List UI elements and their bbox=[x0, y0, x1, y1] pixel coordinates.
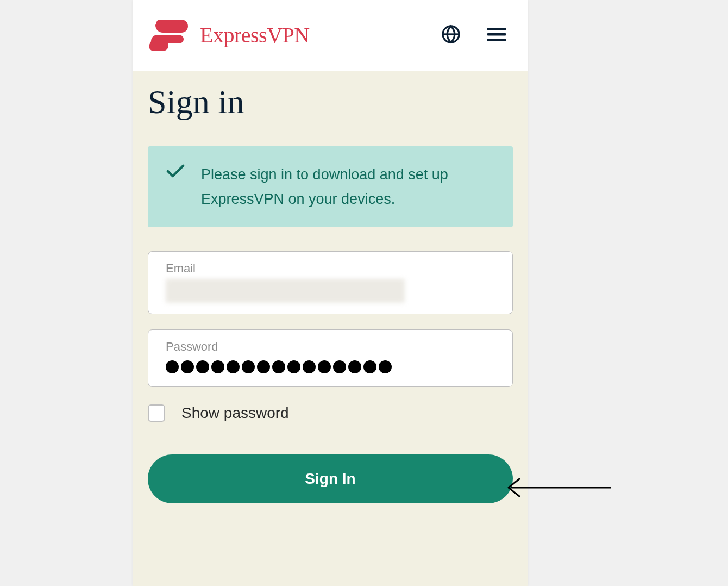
svg-rect-2 bbox=[487, 33, 506, 36]
email-field[interactable]: Email bbox=[148, 251, 513, 314]
password-value bbox=[166, 359, 392, 373]
show-password-checkbox[interactable] bbox=[148, 404, 165, 422]
menu-button[interactable] bbox=[487, 27, 506, 43]
content-area: Sign in Please sign in to download and s… bbox=[133, 71, 528, 586]
brand-name: ExpressVPN bbox=[200, 22, 310, 48]
show-password-label: Show password bbox=[181, 404, 289, 422]
brand-logo[interactable]: ExpressVPN bbox=[149, 20, 310, 51]
notice-text: Please sign in to download and set up Ex… bbox=[201, 163, 494, 211]
show-password-row: Show password bbox=[148, 402, 513, 422]
page-title: Sign in bbox=[148, 83, 513, 121]
header-bar: ExpressVPN bbox=[133, 0, 528, 71]
globe-icon bbox=[441, 24, 461, 46]
annotation-arrow bbox=[505, 477, 614, 501]
sign-in-button[interactable]: Sign In bbox=[148, 454, 513, 503]
check-icon bbox=[166, 163, 185, 211]
header-actions bbox=[441, 24, 512, 46]
app-window: ExpressVPN bbox=[133, 0, 528, 586]
svg-rect-1 bbox=[487, 28, 506, 30]
expressvpn-logo-icon bbox=[149, 20, 190, 51]
language-button[interactable] bbox=[441, 24, 461, 46]
email-value bbox=[166, 279, 495, 303]
email-redacted bbox=[166, 279, 405, 303]
svg-rect-3 bbox=[487, 39, 506, 41]
password-field[interactable]: Password bbox=[148, 329, 513, 387]
email-label: Email bbox=[166, 261, 495, 276]
signin-notice: Please sign in to download and set up Ex… bbox=[148, 146, 513, 227]
password-label: Password bbox=[166, 340, 495, 354]
hamburger-icon bbox=[487, 27, 506, 43]
